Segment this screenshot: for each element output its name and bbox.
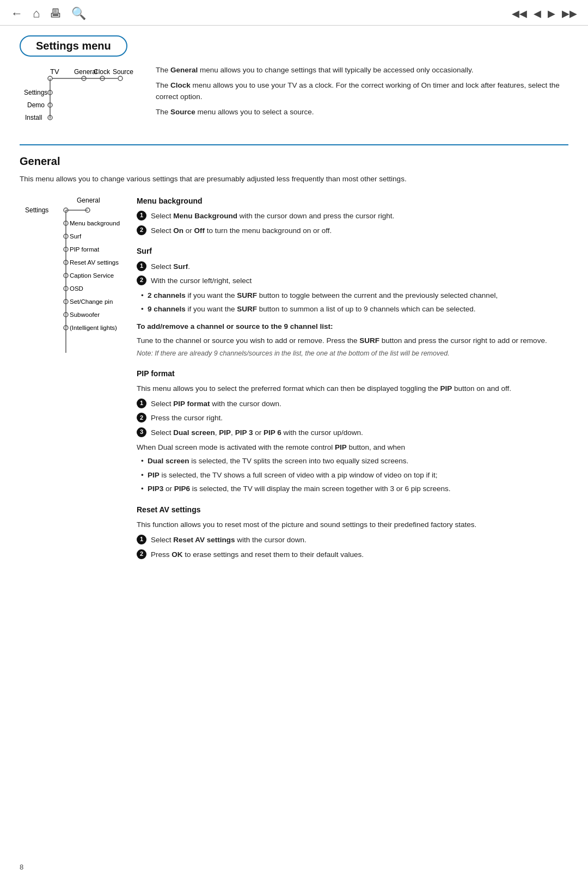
surf-step1: 1 Select Surf. bbox=[137, 261, 568, 273]
surf-step2-text: With the cursor left/right, select bbox=[151, 275, 252, 287]
top-navigation: ← ⌂ 🖶 🔍 ◀◀ ◀ ▶ ▶▶ bbox=[0, 0, 588, 26]
skip-forward-icon[interactable]: ▶▶ bbox=[562, 8, 577, 20]
pip-step1-circle: 1 bbox=[137, 399, 146, 408]
gen-diag-reset: Reset AV settings bbox=[70, 259, 119, 266]
pip-step3-text: Select Dual screen, PIP, PIP 3 or PIP 6 … bbox=[151, 427, 363, 439]
pip-bullet2: PIP is selected, the TV shows a full scr… bbox=[137, 469, 568, 481]
menu-bg-step1-text: Select Menu Background with the cursor d… bbox=[151, 210, 394, 222]
reset-av-heading: Reset AV settings bbox=[137, 504, 568, 516]
gen-diag-surf: Surf bbox=[70, 233, 82, 240]
diagram-demo-label: Demo bbox=[27, 101, 45, 109]
reset-av-intro: This function allows you to reset most o… bbox=[137, 519, 568, 531]
nav-left-group: ← ⌂ 🖶 🔍 bbox=[11, 7, 86, 21]
svg-point-4 bbox=[118, 76, 122, 81]
general-bold: General bbox=[170, 66, 198, 74]
surf-step1-circle: 1 bbox=[137, 261, 146, 271]
surf-bullet1: 2 channels if you want the SURF button t… bbox=[137, 290, 568, 302]
print-icon[interactable]: 🖶 bbox=[50, 7, 62, 21]
pip-step1-text: Select PIP format with the cursor down. bbox=[151, 398, 281, 410]
diagram-clock-label: Clock bbox=[94, 68, 111, 76]
pip-bullet3: PIP3 or PIP6 is selected, the TV will di… bbox=[137, 483, 568, 495]
search-icon[interactable]: 🔍 bbox=[71, 7, 86, 21]
pip-step2-text: Press the cursor right. bbox=[151, 412, 223, 424]
page-number: 8 bbox=[20, 863, 23, 871]
reset-step1-text: Select Reset AV settings with the cursor… bbox=[151, 534, 307, 546]
prev-icon[interactable]: ◀ bbox=[534, 8, 541, 20]
surf-note: Note: If there are already 9 channels/so… bbox=[137, 348, 568, 359]
reset-av-step1: 1 Select Reset AV settings with the curs… bbox=[137, 534, 568, 546]
surf-to-para: Tune to the channel or source you wish t… bbox=[137, 335, 568, 347]
back-arrow-icon[interactable]: ← bbox=[11, 7, 23, 21]
gen-diag-subwoofer: Subwoofer bbox=[70, 311, 100, 318]
settings-menu-title: Settings menu bbox=[20, 35, 127, 57]
menu-bg-step2: 2 Select On or Off to turn the menu back… bbox=[137, 225, 568, 237]
nav-right-group: ◀◀ ◀ ▶ ▶▶ bbox=[512, 8, 577, 20]
general-intro-text: This menu allows you to change various s… bbox=[20, 173, 568, 185]
pip-step1: 1 Select PIP format with the cursor down… bbox=[137, 398, 568, 410]
pip-step3: 3 Select Dual screen, PIP, PIP 3 or PIP … bbox=[137, 427, 568, 439]
surf-step2: 2 With the cursor left/right, select bbox=[137, 275, 568, 287]
gen-diag-general: General bbox=[77, 197, 100, 204]
diagram-source-label: Source bbox=[113, 68, 133, 76]
surf-step1-text: Select Surf. bbox=[151, 261, 190, 273]
two-col-layout: General Settings Menu background Surf bbox=[20, 195, 568, 564]
step1-circle: 1 bbox=[137, 211, 146, 220]
section-divider bbox=[20, 144, 568, 145]
next-icon[interactable]: ▶ bbox=[548, 8, 555, 20]
reset-step2-circle: 2 bbox=[137, 549, 146, 559]
menu-bg-step2-text: Select On or Off to turn the menu backgr… bbox=[151, 225, 332, 237]
reset-av-step2: 2 Press OK to erase settings and reset t… bbox=[137, 549, 568, 561]
diagram-settings-label: Settings bbox=[24, 89, 47, 96]
top-diagram-svg: TV General Clock Source Settings bbox=[20, 64, 139, 135]
top-menu-diagram: TV General Clock Source Settings bbox=[20, 64, 139, 137]
clock-bold: Clock bbox=[170, 81, 191, 89]
gen-diag-osd: OSD bbox=[70, 285, 83, 292]
home-icon[interactable]: ⌂ bbox=[33, 7, 40, 21]
pip-intro: This menu allows you to select the prefe… bbox=[137, 383, 568, 395]
skip-back-icon[interactable]: ◀◀ bbox=[512, 8, 527, 20]
right-content-col: Menu background 1 Select Menu Background… bbox=[137, 195, 568, 564]
menu-background-heading: Menu background bbox=[137, 195, 568, 207]
surf-step2-circle: 2 bbox=[137, 275, 146, 285]
surf-heading: Surf bbox=[137, 245, 568, 257]
pip-when-text: When Dual screen mode is activated with … bbox=[137, 442, 568, 454]
diagram-tv-label: TV bbox=[50, 68, 59, 76]
pip-step2: 2 Press the cursor right. bbox=[137, 412, 568, 424]
source-bold: Source bbox=[170, 108, 195, 116]
general-section-title: General bbox=[20, 155, 568, 168]
top-section: TV General Clock Source Settings bbox=[20, 64, 568, 137]
menu-bg-step1: 1 Select Menu Background with the cursor… bbox=[137, 210, 568, 222]
pip-step3-circle: 3 bbox=[137, 427, 146, 437]
settings-title-text: Settings menu bbox=[36, 40, 111, 52]
general-diagram-svg: General Settings Menu background Surf bbox=[20, 195, 123, 369]
gen-diag-caption: Caption Service bbox=[70, 272, 114, 279]
reset-step2-text: Press OK to erase settings and reset the… bbox=[151, 549, 364, 561]
gen-diag-pip: PIP format bbox=[70, 246, 100, 253]
surf-to-heading: To add/remove a channel or source to the… bbox=[137, 321, 568, 333]
pip-step2-circle: 2 bbox=[137, 413, 146, 422]
left-diagram-col: General Settings Menu background Surf bbox=[20, 195, 126, 371]
diagram-install-label: Install bbox=[25, 114, 42, 121]
gen-diag-pin: Set/Change pin bbox=[70, 298, 113, 305]
description-block: The General menu allows you to change se… bbox=[156, 64, 568, 118]
gen-diag-menubg: Menu background bbox=[70, 220, 120, 226]
gen-diag-settings: Settings bbox=[25, 206, 48, 214]
main-content: Settings menu TV General Clock Source bbox=[0, 26, 588, 583]
surf-bullet2: 9 channels if you want the SURF button t… bbox=[137, 303, 568, 315]
step2-circle: 2 bbox=[137, 225, 146, 235]
reset-step1-circle: 1 bbox=[137, 535, 146, 544]
pip-heading: PIP format bbox=[137, 367, 568, 379]
gen-diag-intelligent: (Intelligent lights) bbox=[70, 324, 117, 331]
pip-bullet1: Dual screen is selected, the TV splits t… bbox=[137, 455, 568, 467]
